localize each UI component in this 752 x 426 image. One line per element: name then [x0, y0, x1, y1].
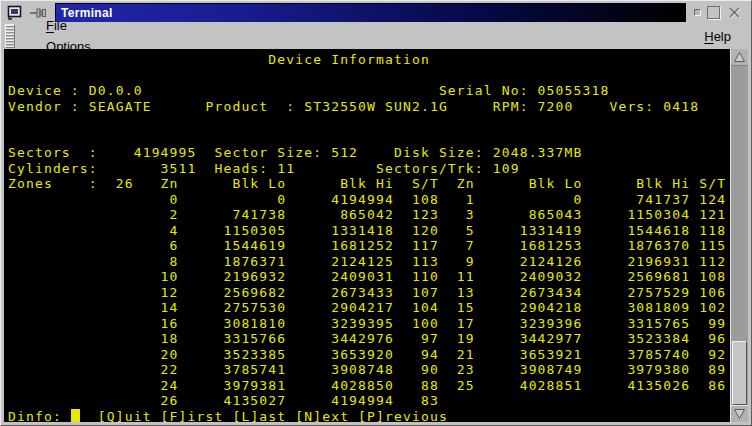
menubar-grip[interactable] [5, 24, 15, 48]
terminal-line [8, 114, 730, 130]
prompt-help: [Q]uit [F]irst [L]ast [N]ext [P]revious [80, 409, 448, 423]
close-icon [727, 5, 743, 21]
terminal-line [8, 68, 730, 84]
terminal-line: Sectors : 4194995 Sector Size: 512 Disk … [8, 145, 730, 161]
terminal-line: Vendor : SEAGATE Product : ST32550W SUN2… [8, 99, 730, 115]
down-arrow-icon [733, 408, 746, 420]
terminal-line: Device : D0.0.0 Serial No: 05055318 [8, 83, 730, 99]
scrollbar-thumb[interactable] [732, 341, 747, 405]
scroll-down-button[interactable] [731, 405, 748, 422]
terminal-screen[interactable]: Device Information Device : D0.0.0 Seria… [4, 49, 730, 422]
terminal-line: 24 3979381 4028850 88 25 4028851 4135026… [8, 378, 730, 394]
minimize-icon [694, 9, 701, 16]
terminal-line: 10 2196932 2409031 110 11 2409032 256968… [8, 269, 730, 285]
terminal-line: 18 3315766 3442976 97 19 3442977 3523384… [8, 331, 730, 347]
terminal-line: 20 3523385 3653920 94 21 3653921 3785740… [8, 347, 730, 363]
terminal-line: 22 3785741 3908748 90 23 3908749 3979380… [8, 362, 730, 378]
terminal-line: Device Information [8, 52, 730, 68]
terminal-area: Device Information Device : D0.0.0 Seria… [4, 49, 748, 422]
maximize-button[interactable] [704, 4, 723, 22]
window-title-bar[interactable]: Terminal [55, 3, 686, 22]
titlebar: Terminal [3, 3, 749, 22]
maximize-icon [707, 6, 720, 19]
scrollbar [730, 49, 748, 422]
prompt-line: Dinfo: [Q]uit [F]irst [L]ast [N]ext [P]r… [8, 409, 730, 423]
prompt-label: Dinfo: [8, 409, 71, 423]
window-menu-button[interactable] [3, 4, 25, 22]
terminal-line: 26 4135027 4194994 83 [8, 393, 730, 409]
menu-item-file[interactable]: File [33, 15, 104, 36]
terminal-line: 14 2757530 2904217 104 15 2904218 308180… [8, 300, 730, 316]
scrollbar-track[interactable] [731, 66, 748, 405]
terminal-line: 16 3081810 3239395 100 17 3239396 331576… [8, 316, 730, 332]
terminal-line: 4 1150305 1331418 120 5 1331419 1544618 … [8, 223, 730, 239]
terminal-line: 8 1876371 2124125 113 9 2124126 2196931 … [8, 254, 730, 270]
terminal-line: 0 0 4194994 108 1 0 741737 124 [8, 192, 730, 208]
menu-item-help[interactable]: Help [691, 26, 744, 47]
minimize-button[interactable] [691, 4, 704, 22]
terminal-line: 2 741738 865042 123 3 865043 1150304 121 [8, 207, 730, 223]
up-arrow-icon [733, 51, 746, 63]
close-button[interactable] [723, 4, 747, 22]
window-frame: Terminal FileOptions Help Device Informa… [0, 0, 752, 426]
text-cursor[interactable] [71, 409, 80, 423]
terminal-line: Cylinders: 3511 Heads: 11 Sectors/Trk: 1… [8, 161, 730, 177]
terminal-line: 6 1544619 1681252 117 7 1681253 1876370 … [8, 238, 730, 254]
menu-right: Help [691, 26, 749, 47]
terminal-line: Zones : 26 Zn Blk Lo Blk Hi S/T Zn Blk L… [8, 176, 730, 192]
terminal-line: 12 2569682 2673433 107 13 2673434 275752… [8, 285, 730, 301]
terminal-icon [6, 5, 23, 21]
scroll-up-button[interactable] [731, 49, 748, 66]
terminal-line [8, 130, 730, 146]
menubar: FileOptions Help [3, 23, 749, 49]
